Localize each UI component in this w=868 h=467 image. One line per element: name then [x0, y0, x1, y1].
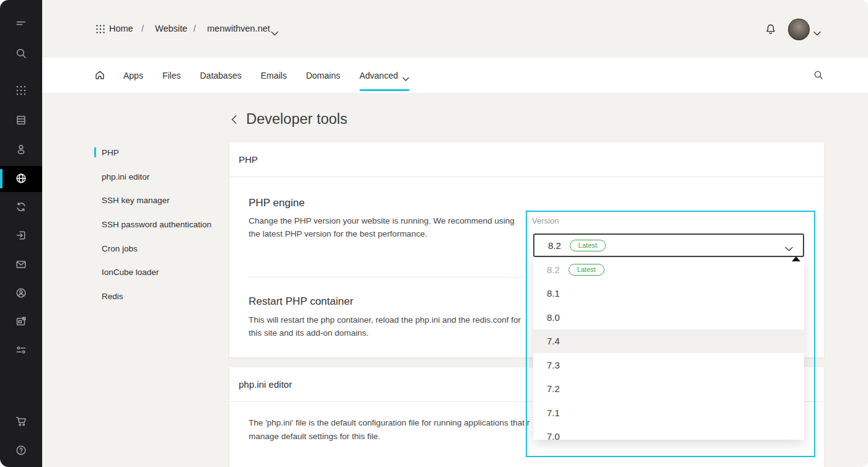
version-option-7-1[interactable]: 7.1: [533, 401, 804, 425]
preferences-icon[interactable]: [15, 344, 27, 356]
sidebar: [0, 0, 42, 467]
submenu-item-phpini-editor[interactable]: php.ini editor: [94, 165, 224, 189]
enter-icon[interactable]: [15, 229, 27, 242]
php-card-title: PHP: [239, 142, 258, 177]
submenu-item-php[interactable]: PHP: [94, 141, 224, 165]
version-label: Version: [532, 216, 559, 225]
restart-php-heading: Restart PHP container: [249, 295, 353, 308]
tab-apps[interactable]: Apps: [123, 58, 143, 93]
tab-files[interactable]: Files: [162, 58, 181, 93]
server-icon[interactable]: [15, 114, 27, 126]
mail-icon[interactable]: [15, 258, 27, 271]
restart-php-description: This will restart the php container, rel…: [249, 313, 533, 339]
globe-icon[interactable]: [15, 172, 27, 185]
submenu-item-ioncube-loader[interactable]: IonCube loader: [94, 260, 224, 284]
account-chevron-down-icon[interactable]: [813, 27, 821, 32]
version-option-7-0[interactable]: 7.0: [533, 425, 804, 440]
user-avatar[interactable]: [788, 19, 810, 40]
divider: [248, 277, 524, 277]
user-icon[interactable]: [15, 143, 27, 155]
sync-icon[interactable]: [15, 201, 27, 213]
version-option-8-0[interactable]: 8.0: [533, 305, 804, 330]
divider: [229, 177, 824, 177]
back-chevron-icon[interactable]: [231, 115, 237, 124]
home-icon[interactable]: [94, 69, 105, 81]
phpini-card-title: php.ini editor: [239, 367, 292, 401]
help-icon[interactable]: [15, 444, 27, 456]
php-version-dropdown: 8.2 Latest 8.1 8.0 7.4 7.3 7.2 7.1 7.0: [533, 258, 804, 440]
selected-version: 8.2: [548, 240, 561, 251]
site-card-icon[interactable]: [15, 315, 27, 328]
latest-badge: Latest: [570, 240, 606, 251]
sidebar-active-indicator: [0, 169, 2, 188]
site-chevron-down-icon[interactable]: [271, 27, 278, 32]
phpini-description-line2: manage default settings for this file.: [249, 430, 380, 443]
apps-grid-icon[interactable]: [15, 84, 27, 97]
breadcrumb-separator: /: [193, 24, 196, 33]
tab-domains[interactable]: Domains: [306, 58, 340, 93]
developer-tools-submenu: PHP php.ini editor SSH key manager SSH p…: [94, 141, 224, 308]
breadcrumb-separator: /: [141, 24, 144, 33]
submenu-item-ssh-key-manager[interactable]: SSH key manager: [94, 188, 224, 212]
tab-databases[interactable]: Databases: [200, 58, 241, 93]
notifications-bell-icon[interactable]: [765, 24, 776, 35]
cart-icon[interactable]: [15, 415, 27, 427]
nav-tabs: Apps Files Databases Emails Domains Adva…: [123, 58, 409, 93]
version-option-7-4[interactable]: 7.4: [533, 330, 804, 354]
tab-emails[interactable]: Emails: [260, 58, 286, 93]
tab-advanced[interactable]: Advanced: [360, 58, 409, 93]
breadcrumb-site[interactable]: menwithven.net: [207, 24, 270, 33]
version-option-7-2[interactable]: 7.2: [533, 377, 804, 401]
search-icon[interactable]: [15, 47, 27, 59]
version-option-8-1[interactable]: 8.1: [533, 282, 804, 306]
menu-icon[interactable]: [15, 18, 27, 30]
latest-badge: Latest: [569, 264, 604, 276]
page-title: Developer tools: [246, 111, 347, 128]
breadcrumb-grid-icon[interactable]: [95, 24, 105, 34]
version-option-8-2[interactable]: 8.2 Latest: [533, 258, 804, 282]
submenu-item-ssh-password-auth[interactable]: SSH password authentication: [94, 212, 224, 237]
submenu-item-redis[interactable]: Redis: [94, 284, 224, 308]
phpini-description-line1: The 'php.ini' file is the default config…: [249, 416, 529, 429]
nav-search-icon[interactable]: [813, 70, 823, 80]
php-engine-heading: PHP engine: [249, 197, 304, 209]
php-version-select[interactable]: 8.2 Latest: [533, 234, 804, 257]
version-option-7-3[interactable]: 7.3: [533, 353, 804, 377]
app-window: Home / Website / menwithven.net Apps Fil…: [0, 0, 868, 467]
select-chevron-down-icon: [785, 243, 793, 248]
php-engine-description: Change the PHP version your website is r…: [249, 214, 526, 240]
breadcrumb-home[interactable]: Home: [109, 24, 133, 33]
breadcrumb-website[interactable]: Website: [155, 24, 187, 33]
submenu-item-cron-jobs[interactable]: Cron jobs: [94, 237, 224, 261]
dropdown-pointer: [792, 256, 800, 261]
chevron-down-icon: [402, 73, 409, 77]
account-circle-icon[interactable]: [15, 287, 27, 299]
